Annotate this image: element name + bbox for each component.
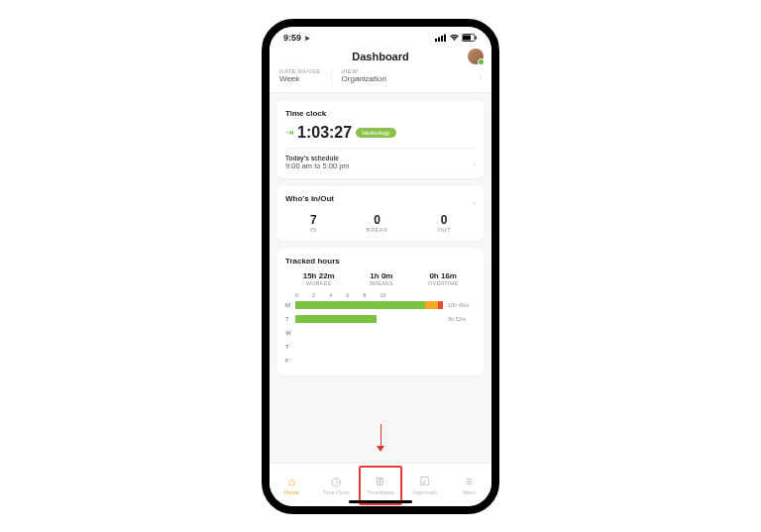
home-indicator xyxy=(349,500,412,503)
chevron-right-icon: › xyxy=(479,72,482,82)
clock-icon: ◷ xyxy=(331,475,341,488)
cellular-icon xyxy=(435,34,447,42)
tab-menu[interactable]: ≡ Menu xyxy=(449,475,490,495)
menu-icon: ≡ xyxy=(466,475,473,488)
who-card[interactable]: Who's In/Out › 7 IN 0 BREAK 0 OUT xyxy=(277,186,484,241)
view-filter[interactable]: VIEW Organization xyxy=(342,68,386,83)
status-bar: 9:59 ➤ xyxy=(270,27,491,49)
svg-rect-0 xyxy=(435,39,437,42)
stat-out: 0 OUT xyxy=(437,213,451,233)
tab-approvals[interactable]: ☑ Approvals xyxy=(404,475,446,495)
project-badge[interactable]: Hedsology xyxy=(356,128,395,138)
tab-time-clock[interactable]: ◷ Time Clock xyxy=(315,475,357,495)
tracked-worked: 15h 22m WORKED xyxy=(303,271,335,286)
header: Dashboard DATE RANGE Week VIEW Organizat… xyxy=(270,49,491,93)
bar-row-m: M 10h 46m xyxy=(285,298,476,312)
chevron-right-icon: › xyxy=(473,198,476,208)
filter-bar[interactable]: DATE RANGE Week VIEW Organization › xyxy=(279,68,482,86)
status-indicators xyxy=(435,34,478,42)
time-clock-title: Time clock xyxy=(285,109,476,118)
tab-home[interactable]: ⌂ Home xyxy=(271,475,312,495)
timesheet-icon: 🗎 xyxy=(375,475,386,488)
who-title: Who's In/Out xyxy=(285,194,334,203)
svg-rect-6 xyxy=(476,36,477,39)
svg-rect-3 xyxy=(444,34,446,42)
home-icon: ⌂ xyxy=(288,475,295,488)
chevron-right-icon: › xyxy=(473,160,476,169)
tracked-breaks: 1h 0m BREAKS xyxy=(370,271,393,286)
time-clock-card: Time clock ⇥ 1:03:27 Hedsology Today's s… xyxy=(277,101,484,178)
stat-in: 7 IN xyxy=(310,213,317,233)
tab-bar: ⌂ Home ◷ Time Clock 🗎 Timesheets ☑ Appro… xyxy=(270,463,491,506)
avatar[interactable] xyxy=(468,49,484,64)
bar-row-f: F xyxy=(285,354,476,368)
svg-rect-5 xyxy=(463,35,471,40)
shield-icon: ☑ xyxy=(419,475,430,488)
svg-rect-1 xyxy=(438,37,440,42)
location-icon: ➤ xyxy=(304,35,310,42)
tracked-overtime: 0h 16m OVERTIME xyxy=(428,271,458,286)
clock-in-icon: ⇥ xyxy=(285,127,293,138)
tab-timesheets[interactable]: 🗎 Timesheets xyxy=(360,475,401,495)
battery-icon xyxy=(462,34,478,42)
chart-body: M 10h 46m T 5h 52m xyxy=(285,298,476,368)
bar-row-t2: T xyxy=(285,340,476,354)
tracked-title: Tracked hours xyxy=(285,257,476,266)
bar-row-t1: T 5h 52m xyxy=(285,312,476,326)
status-time: 9:59 ➤ xyxy=(283,33,310,43)
stat-break: 0 BREAK xyxy=(367,213,388,233)
content: Time clock ⇥ 1:03:27 Hedsology Today's s… xyxy=(270,93,491,463)
page-title: Dashboard xyxy=(279,51,482,62)
bar-row-w: W xyxy=(285,326,476,340)
date-range-filter[interactable]: DATE RANGE Week xyxy=(279,68,321,83)
clock-row[interactable]: ⇥ 1:03:27 Hedsology xyxy=(285,124,476,149)
svg-rect-2 xyxy=(441,36,443,42)
wifi-icon xyxy=(449,34,460,42)
schedule-row[interactable]: Today's schedule 9:00 am to 5:00 pm › xyxy=(285,155,476,170)
phone-frame: 9:59 ➤ Dashboard DATE RANGE Week VIEW Or… xyxy=(262,19,499,514)
clock-duration: 1:03:27 xyxy=(297,124,352,142)
tracked-card: Tracked hours 15h 22m WORKED 1h 0m BREAK… xyxy=(277,249,484,375)
divider xyxy=(331,68,332,86)
